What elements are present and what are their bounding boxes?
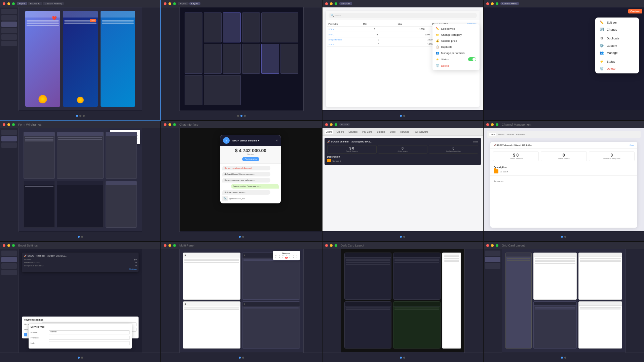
payment-checkbox[interactable] (24, 333, 27, 336)
cell-boost-settings[interactable]: Boost Settings 🚀 BOOST channel - [30/day… (0, 242, 160, 362)
window-min-dot-8[interactable] (491, 123, 494, 126)
sidebar-item-2[interactable] (1, 15, 17, 21)
cell-chat[interactable]: Chat Interface B IMAI · direct service ▸… (161, 121, 321, 241)
tab-services[interactable]: Services (339, 2, 352, 5)
window-max-dot-8[interactable] (496, 123, 498, 126)
tab-admin-1[interactable]: Admin (339, 123, 350, 126)
si-5-3[interactable] (1, 142, 17, 148)
context-status[interactable]: ⚡ Status (595, 58, 639, 65)
sidebar-item-1[interactable] (1, 9, 17, 14)
window-max-dot-9[interactable] (12, 244, 15, 247)
si-9-1[interactable] (1, 251, 17, 256)
window-close-dot[interactable] (3, 2, 5, 5)
chan-tab-services[interactable]: Services (506, 133, 514, 135)
sidebar-item-4[interactable] (1, 28, 17, 33)
admin-tab-users[interactable]: Users (325, 130, 333, 134)
admin-tab-refunds[interactable]: Refunds (399, 130, 410, 134)
window-max-dot-2[interactable] (173, 2, 176, 5)
window-min-dot-3[interactable] (330, 2, 333, 5)
chan-tab-paybank[interactable]: Pay Bank (516, 133, 525, 135)
cell-multi-panel[interactable]: Multi Panel December M T W T F S (161, 242, 321, 362)
window-close-dot-10[interactable] (164, 244, 166, 247)
window-close-dot-7[interactable] (325, 123, 328, 126)
service-input-3[interactable] (49, 341, 130, 345)
window-max-dot-10[interactable] (173, 244, 176, 247)
dropdown-edit-service[interactable]: ✏️ Edit service (432, 26, 480, 32)
cell-wireframes[interactable]: Form Wireframes December Mo (0, 121, 160, 241)
cell-context-menu[interactable]: Context Menu Custom ✏️ Edit ser 🔄 Change (484, 0, 644, 120)
tab-figma[interactable]: Figma (17, 2, 27, 5)
search-bar[interactable]: 🔍 Search... (329, 13, 477, 18)
tab-bootstrap[interactable]: Bootstrap (28, 2, 42, 5)
window-min-dot-9[interactable] (7, 244, 10, 247)
tab-filtering[interactable]: Custom Filtering (43, 2, 64, 5)
window-min-dot-7[interactable] (330, 123, 333, 126)
service-input-2[interactable] (49, 336, 130, 340)
service-input-1[interactable]: Format (49, 330, 130, 334)
si-5-2[interactable] (1, 136, 17, 141)
dropdown-change-category[interactable]: 📁 Change category (432, 32, 480, 38)
cell-wireframe-dark[interactable]: Figma Layout (161, 0, 321, 120)
context-change[interactable]: 🔄 Change (595, 26, 639, 33)
window-min-dot-10[interactable] (168, 244, 171, 247)
window-min-dot-6[interactable] (168, 123, 171, 126)
window-min-dot[interactable] (7, 2, 10, 5)
dropdown-manage[interactable]: 👥 Manage performers (432, 50, 480, 56)
window-min-dot-5[interactable] (7, 123, 10, 126)
window-close-dot-2[interactable] (164, 2, 166, 5)
window-max-dot-5[interactable] (12, 123, 15, 126)
admin-tab-orders[interactable]: Orders (335, 130, 345, 134)
window-min-dot-2[interactable] (168, 2, 171, 5)
admin-tab-statistic[interactable]: Statistic (376, 130, 387, 134)
cell-channel-mgmt[interactable]: Channel Management Users Orders Services… (484, 121, 644, 241)
replenish-button[interactable]: Пополнить (242, 157, 259, 161)
cell-pricing[interactable]: Services 🔍 Search... Pro (323, 0, 483, 120)
window-max-dot[interactable] (12, 2, 15, 5)
cell-dark-cards[interactable]: Dark Card Layout (323, 242, 483, 362)
context-duplicate[interactable]: ⧉ Duplicate (595, 35, 639, 42)
window-max-dot-11[interactable] (335, 244, 337, 247)
si-12-1[interactable] (485, 251, 500, 256)
window-close-dot-11[interactable] (325, 244, 328, 247)
sidebar-item-6[interactable] (1, 41, 17, 46)
si-5-1[interactable] (1, 130, 17, 135)
window-min-dot-11[interactable] (330, 244, 333, 247)
context-delete[interactable]: 🗑️ Delete (595, 65, 639, 72)
window-max-dot-12[interactable] (496, 244, 498, 247)
channel-close-btn[interactable]: Close (473, 141, 478, 143)
window-max-dot-3[interactable] (335, 2, 337, 5)
cell-grid-cards[interactable]: Grid Card Layout (484, 242, 644, 362)
window-close-dot-9[interactable] (3, 244, 5, 247)
window-close-dot-8[interactable] (486, 123, 489, 126)
window-close-dot-4[interactable] (486, 2, 489, 5)
settings-link[interactable]: Settings (129, 268, 137, 270)
status-toggle[interactable] (468, 57, 476, 61)
admin-tab-services[interactable]: Services (347, 130, 359, 134)
admin-tab-paybank[interactable]: Pay Bank (361, 130, 374, 134)
sidebar-item-3[interactable] (1, 22, 17, 27)
sidebar-item-5[interactable] (1, 34, 17, 40)
chan-tab-users[interactable]: Users (489, 133, 496, 136)
context-edit[interactable]: ✏️ Edit ser (595, 19, 639, 26)
window-close-dot-5[interactable] (3, 123, 5, 126)
window-max-dot-4[interactable] (496, 2, 498, 5)
context-custom[interactable]: ⚙️ Custom (595, 42, 639, 49)
si-9-4[interactable] (1, 270, 17, 275)
si-12-2[interactable] (485, 257, 500, 262)
window-max-dot-7[interactable] (335, 123, 337, 126)
context-manage[interactable]: 👥 Manage (595, 49, 639, 56)
window-min-dot-12[interactable] (491, 244, 494, 247)
window-min-dot-4[interactable] (491, 2, 494, 5)
tab-context[interactable]: Context Menu (500, 2, 519, 5)
si-9-2[interactable] (1, 257, 17, 262)
cell-website-design[interactable]: Figma Bootstrap Custom Filtering (0, 0, 160, 120)
dropdown-duplicate[interactable]: 📋 Duplicate (432, 44, 480, 50)
window-max-dot-6[interactable] (173, 123, 176, 126)
si-9-3[interactable] (1, 263, 17, 269)
window-close-dot-12[interactable] (486, 244, 489, 247)
window-close-dot-6[interactable] (164, 123, 166, 126)
channel-close-link[interactable]: Close (630, 144, 634, 146)
dropdown-custom-price[interactable]: 💰 Custom price (432, 38, 480, 44)
admin-tab-store[interactable]: Store (389, 130, 397, 134)
si-12-3[interactable] (485, 263, 500, 269)
